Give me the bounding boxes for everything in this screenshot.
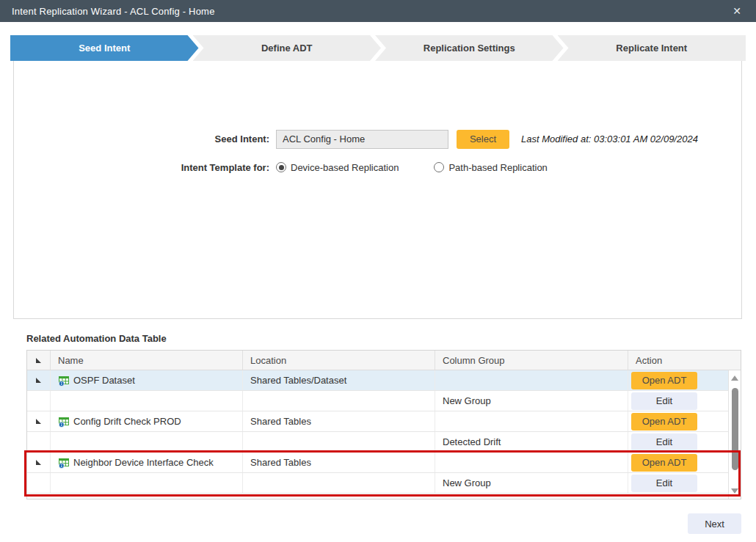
- intent-template-label: Intent Template for:: [180, 162, 269, 173]
- next-button[interactable]: Next: [688, 513, 741, 534]
- column-group-cell: [435, 453, 628, 472]
- open-adt-button[interactable]: Open ADT: [631, 372, 697, 389]
- expander-cell: [27, 411, 51, 431]
- table-header-row: Name Location Column Group Action: [27, 351, 741, 370]
- location-cell: Shared Tables/Dataset: [243, 370, 435, 390]
- table-row-parent[interactable]: Neighbor Device Interface Check Shared T…: [27, 453, 741, 473]
- expander-cell: [27, 391, 51, 411]
- header-expander-cell: [27, 351, 51, 370]
- wizard-step-define-adt[interactable]: Define ADT: [193, 35, 382, 61]
- location-cell: [243, 391, 435, 411]
- wizard-step-seed-intent[interactable]: Seed Intent: [10, 35, 199, 61]
- column-group-cell: [435, 411, 628, 431]
- close-icon[interactable]: ✕: [730, 4, 744, 18]
- collapse-icon[interactable]: [36, 419, 41, 424]
- scroll-down-icon[interactable]: [731, 488, 738, 494]
- related-adt-section-title: Related Automation Data Table: [26, 333, 167, 344]
- table-row-child[interactable]: New Group Edit: [27, 391, 741, 411]
- table-row-child[interactable]: New Group Edit: [27, 473, 741, 494]
- intent-replication-wizard-dialog: Intent Replication Wizard - ACL Config -…: [0, 0, 756, 542]
- intent-template-row: Intent Template for: Device-based Replic…: [180, 161, 548, 174]
- collapse-icon[interactable]: [36, 378, 41, 383]
- header-name: Name: [51, 351, 243, 370]
- location-cell: Shared Tables: [243, 411, 435, 431]
- adt-table-icon: [58, 457, 70, 469]
- name-cell: [51, 432, 243, 452]
- expander-cell: [27, 432, 51, 452]
- header-action: Action: [628, 351, 741, 370]
- radio-selected-icon[interactable]: [276, 162, 286, 172]
- location-cell: [243, 432, 435, 452]
- wizard-step-label: Seed Intent: [79, 43, 130, 54]
- scrollbar-thumb[interactable]: [732, 388, 738, 470]
- name-cell: [51, 391, 243, 411]
- column-group-cell: New Group: [435, 473, 628, 493]
- table-row-parent[interactable]: Config Drift Check PROD Shared Tables Op…: [27, 411, 741, 432]
- select-button[interactable]: Select: [457, 130, 509, 149]
- expander-cell: [27, 370, 51, 390]
- action-cell: Open ADT: [628, 411, 741, 431]
- row-name: Neighbor Device Interface Check: [73, 457, 214, 468]
- name-cell: Config Drift Check PROD: [51, 411, 243, 431]
- adt-table-icon: [58, 416, 70, 428]
- open-adt-button[interactable]: Open ADT: [631, 454, 697, 472]
- dialog-titlebar: Intent Replication Wizard - ACL Config -…: [0, 0, 756, 22]
- column-group-cell: [435, 370, 628, 390]
- edit-button[interactable]: Edit: [631, 433, 697, 451]
- name-cell: Neighbor Device Interface Check: [51, 453, 243, 472]
- wizard-step-label: Define ADT: [261, 43, 313, 54]
- expander-cell: [27, 453, 51, 472]
- adt-table-icon: [58, 375, 70, 387]
- wizard-step-label: Replicate Intent: [616, 43, 687, 54]
- location-cell: [243, 473, 435, 493]
- collapse-all-icon[interactable]: [36, 358, 41, 363]
- column-group-cell: Detected Drift: [435, 432, 628, 452]
- action-cell: Open ADT: [628, 370, 741, 390]
- row-name: Config Drift Check PROD: [73, 416, 181, 427]
- column-group-cell: New Group: [435, 391, 628, 411]
- action-cell: Open ADT: [628, 453, 741, 472]
- dialog-title: Intent Replication Wizard - ACL Config -…: [12, 6, 215, 17]
- seed-intent-label: Seed Intent:: [209, 133, 269, 144]
- action-cell: Edit: [628, 432, 741, 452]
- scroll-up-icon[interactable]: [731, 376, 738, 381]
- seed-intent-input[interactable]: [276, 130, 448, 149]
- radio-unselected-icon[interactable]: [434, 162, 444, 172]
- collapse-icon[interactable]: [36, 460, 41, 465]
- radio-option-device-based[interactable]: Device-based Replication: [276, 162, 399, 173]
- wizard-step-label: Replication Settings: [424, 43, 515, 54]
- location-cell: Shared Tables: [243, 453, 435, 472]
- last-modified-text: Last Modified at: 03:03:01 AM 02/09/2024: [521, 133, 698, 144]
- action-cell: Edit: [628, 391, 741, 411]
- row-name: OSPF Dataset: [73, 375, 135, 386]
- header-column-group: Column Group: [435, 351, 628, 370]
- wizard-step-replication-settings[interactable]: Replication Settings: [375, 35, 564, 61]
- name-cell: OSPF Dataset: [51, 370, 243, 390]
- action-cell: Edit: [628, 473, 741, 493]
- radio-option-label: Path-based Replication: [448, 162, 547, 173]
- wizard-stepper: Seed Intent Define ADT Replication Setti…: [10, 35, 746, 61]
- related-adt-table: Name Location Column Group Action: [26, 350, 741, 499]
- name-cell: [51, 473, 243, 493]
- table-row-child[interactable]: Detected Drift Edit: [27, 432, 741, 453]
- edit-button[interactable]: Edit: [631, 475, 697, 492]
- seed-intent-row: Seed Intent: Select Last Modified at: 03…: [209, 129, 698, 149]
- wizard-step-replicate-intent[interactable]: Replicate Intent: [558, 35, 746, 61]
- header-location: Location: [243, 351, 435, 370]
- edit-button[interactable]: Edit: [631, 392, 697, 410]
- table-scrollbar[interactable]: [728, 370, 741, 499]
- radio-option-label: Device-based Replication: [291, 162, 399, 173]
- radio-option-path-based[interactable]: Path-based Replication: [434, 162, 547, 173]
- expander-cell: [27, 473, 51, 493]
- open-adt-button[interactable]: Open ADT: [631, 413, 697, 431]
- table-row-parent[interactable]: OSPF Dataset Shared Tables/Dataset Open …: [27, 370, 741, 391]
- seed-intent-panel: [13, 61, 742, 319]
